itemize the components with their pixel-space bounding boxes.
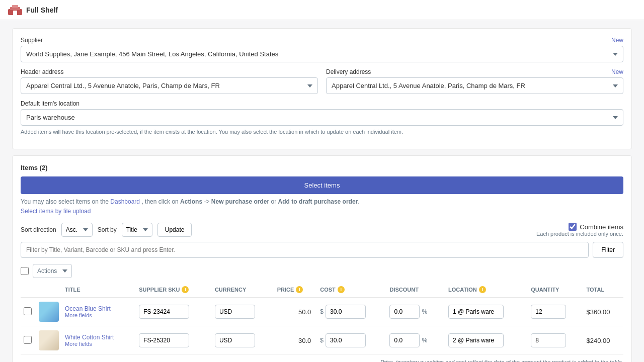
supplier-section: Supplier New World Supplies, Jane Exampl…: [12, 28, 632, 149]
combine-row: Combine items: [569, 223, 623, 231]
sort-row: Sort direction Asc. Sort by Title Update…: [21, 223, 623, 237]
th-supplier-sku: Supplier SKU i: [136, 282, 212, 298]
item-image: [39, 330, 59, 350]
actions-row: Actions: [21, 264, 623, 278]
supplier-sku-info-icon[interactable]: i: [182, 286, 189, 293]
row-currency-cell: [212, 298, 274, 326]
delivery-address-select[interactable]: Apparel Central Ltd., 5 Avenue Anatole, …: [326, 77, 623, 94]
filter-button[interactable]: Filter: [593, 242, 623, 258]
location-info-icon[interactable]: i: [479, 286, 486, 293]
currency-input[interactable]: [215, 333, 255, 347]
row-title-cell: White Cotton Shirt More fields: [62, 326, 136, 355]
delivery-new-link[interactable]: New: [611, 68, 623, 75]
row-price-cell: 50.0: [274, 298, 317, 326]
more-fields-link[interactable]: More fields: [65, 312, 133, 318]
update-button[interactable]: Update: [157, 223, 192, 237]
price-value: 50.0: [298, 308, 311, 316]
sort-by-label: Sort by: [98, 226, 117, 233]
row-discount-cell: %: [386, 326, 445, 355]
percent-suffix: %: [422, 337, 427, 344]
row-checkbox[interactable]: [24, 307, 32, 315]
file-upload-link[interactable]: Select items by file upload: [21, 208, 91, 215]
delivery-address-group: Delivery address New Apparel Central Ltd…: [326, 68, 623, 94]
th-total: Total: [584, 282, 623, 298]
row-total-cell: $240.00: [584, 326, 623, 355]
supplier-sku-input[interactable]: [139, 333, 189, 347]
combine-items-label: Combine items: [580, 223, 623, 231]
footer-note: Price, inventory quantities and cost ref…: [21, 355, 623, 362]
th-quantity: Quantity: [528, 282, 583, 298]
quantity-input[interactable]: [531, 305, 566, 319]
filter-row: Filter: [21, 242, 623, 258]
row-location-cell: [445, 298, 528, 326]
table-row: White Cotton Shirt More fields 30.0 $: [21, 326, 623, 355]
discount-input[interactable]: [389, 305, 420, 319]
item-title[interactable]: White Cotton Shirt: [65, 334, 133, 341]
row-checkbox[interactable]: [24, 336, 32, 344]
cost-prefix: $: [320, 337, 324, 344]
row-price-cell: 30.0: [274, 326, 317, 355]
new-purchase-bold: New purchase order: [211, 198, 269, 205]
sort-direction-select[interactable]: Asc.: [61, 223, 93, 237]
app-logo: Full Shelf: [8, 5, 58, 15]
th-discount: Discount: [386, 282, 445, 298]
draft-bold: Add to draft purchase order: [278, 198, 358, 205]
filter-input[interactable]: [21, 242, 589, 258]
price-value: 30.0: [298, 337, 311, 344]
row-img-cell: [36, 326, 62, 355]
header-address-select[interactable]: Apparel Central Ltd., 5 Avenue Anatole, …: [21, 77, 318, 94]
th-cost: Cost i: [317, 282, 386, 298]
currency-input[interactable]: [215, 305, 255, 319]
header-address-group: Header address Apparel Central Ltd., 5 A…: [21, 68, 318, 94]
row-sku-cell: [136, 326, 212, 355]
combine-items-group: Combine items Each product is included o…: [536, 223, 623, 237]
supplier-new-link[interactable]: New: [611, 37, 623, 44]
items-table: Title Supplier SKU i Currency Price i Co…: [21, 282, 623, 355]
actions-select[interactable]: Actions: [33, 264, 72, 278]
total-value: $360.00: [587, 308, 610, 316]
svg-rect-2: [12, 5, 18, 8]
total-value: $240.00: [587, 337, 610, 344]
discount-input[interactable]: [389, 333, 420, 347]
address-row: Header address Apparel Central Ltd., 5 A…: [21, 68, 623, 100]
cost-info-icon[interactable]: i: [338, 286, 345, 293]
more-fields-link[interactable]: More fields: [65, 341, 133, 347]
select-all-checkbox[interactable]: [21, 267, 29, 275]
svg-rect-3: [13, 11, 17, 15]
row-cost-cell: $: [317, 298, 386, 326]
cost-input[interactable]: [326, 333, 366, 347]
price-info-icon[interactable]: i: [296, 286, 303, 293]
actions-bold: Actions: [180, 198, 202, 205]
th-price: Price i: [274, 282, 317, 298]
combine-items-sub: Each product is included only once.: [536, 231, 623, 237]
row-quantity-cell: [528, 326, 583, 355]
select-items-button[interactable]: Select items: [21, 176, 623, 194]
supplier-sku-input[interactable]: [139, 305, 189, 319]
dashboard-link[interactable]: Dashboard: [110, 198, 140, 205]
th-checkbox: [21, 282, 36, 298]
items-info-text: You may also select items on the Dashboa…: [21, 198, 623, 205]
row-currency-cell: [212, 326, 274, 355]
store-icon: [8, 5, 22, 15]
item-title[interactable]: Ocean Blue Shirt: [65, 305, 133, 312]
supplier-select[interactable]: World Supplies, Jane Example, 456 Main S…: [21, 46, 623, 62]
delivery-address-label: Delivery address New: [326, 68, 623, 75]
item-image: [39, 302, 59, 322]
supplier-field-group: Supplier New World Supplies, Jane Exampl…: [21, 37, 623, 62]
location-input[interactable]: [448, 305, 504, 319]
cost-input[interactable]: [326, 305, 366, 319]
quantity-input[interactable]: [531, 333, 566, 347]
location-select[interactable]: Paris warehouse: [21, 109, 623, 126]
supplier-label: Supplier New: [21, 37, 623, 44]
percent-suffix: %: [422, 308, 427, 315]
table-body: Ocean Blue Shirt More fields 50.0 $: [21, 298, 623, 355]
th-location: Location i: [445, 282, 528, 298]
row-discount-cell: %: [386, 298, 445, 326]
location-hint: Added items will have this location pre-…: [21, 129, 623, 135]
header-address-label: Header address: [21, 68, 318, 75]
location-input[interactable]: [448, 333, 504, 347]
table-header: Title Supplier SKU i Currency Price i Co…: [21, 282, 623, 298]
sort-by-select[interactable]: Title: [122, 223, 152, 237]
row-location-cell: [445, 326, 528, 355]
combine-items-checkbox[interactable]: [569, 223, 577, 231]
